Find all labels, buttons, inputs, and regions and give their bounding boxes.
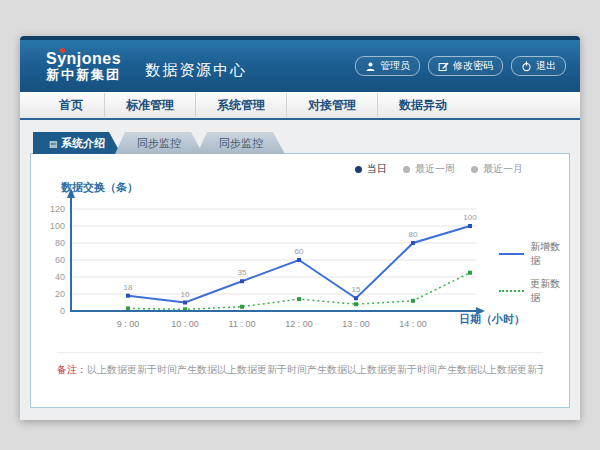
logo-accent-dot [60,48,65,53]
svg-text:12 : 00: 12 : 00 [285,319,313,329]
app-header: Synjones 新中新集团 数据资源中心 管理员 修改密码 退出 [20,36,580,92]
user-icon [365,61,376,72]
nav-item-interface-mgmt[interactable]: 对接管理 [286,93,377,117]
logout-label: 退出 [536,59,556,73]
nav-item-standard-mgmt[interactable]: 标准管理 [104,93,195,117]
solid-line-icon [499,253,524,255]
svg-text:80: 80 [409,230,418,239]
content-area: ▤系统介绍 同步监控 同步监控 当日 最近一周 [20,120,580,420]
dotted-line-icon [499,290,524,292]
radio-dot-icon [403,166,410,173]
footnote-text: 以上数据更新于时间产生数据以上数据更新于时间产生数据以上数据更新于时间产生数据以… [87,364,543,375]
svg-text:9 : 00: 9 : 00 [117,319,140,329]
chart-x-axis-title: 日期（小时） [459,312,525,327]
chart-panel: 当日 最近一周 最近一月 数据交换（条） 0204060801001201810… [30,153,570,408]
filter-today-label: 当日 [367,162,387,176]
tab-bar: ▤系统介绍 同步监控 同步监控 [33,132,570,154]
svg-text:40: 40 [55,272,65,282]
line-chart-svg: 0204060801001201810356015801009 : 0010 :… [31,183,501,333]
svg-text:100: 100 [463,213,477,222]
user-actions: 管理员 修改密码 退出 [355,56,566,76]
svg-text:15: 15 [352,285,361,294]
document-icon: ▤ [49,139,58,149]
tab-system-intro[interactable]: ▤系统介绍 [33,132,121,154]
tab-sync-monitor-2-label: 同步监控 [219,137,263,149]
legend-new-data[interactable]: 新增数据 [499,240,569,268]
svg-text:60: 60 [295,247,304,256]
logout-button[interactable]: 退出 [511,56,566,76]
legend-updated-data-label: 更新数据 [530,277,569,305]
filter-today[interactable]: 当日 [355,162,387,176]
company-logo: Synjones 新中新集团 [46,50,121,82]
svg-text:10 : 00: 10 : 00 [171,319,199,329]
logo-english-text: Synjones [46,50,121,67]
svg-text:11 : 00: 11 : 00 [229,319,256,329]
power-icon [521,61,532,72]
admin-user-button[interactable]: 管理员 [355,56,420,76]
filter-last-week[interactable]: 最近一周 [403,162,455,176]
nav-item-home[interactable]: 首页 [38,93,104,117]
tab-sync-monitor-1-label: 同步监控 [137,137,181,149]
svg-text:10: 10 [181,290,190,299]
radio-dot-icon [471,166,478,173]
tab-sync-monitor-1[interactable]: 同步监控 [115,132,203,154]
svg-text:120: 120 [50,204,65,214]
filter-last-month[interactable]: 最近一月 [471,162,523,176]
svg-text:0: 0 [60,306,65,316]
radio-dot-icon [355,166,362,173]
legend-updated-data[interactable]: 更新数据 [499,277,569,305]
time-range-filters: 当日 最近一周 最近一月 [355,162,523,176]
tab-system-intro-label: 系统介绍 [61,137,105,149]
svg-text:13 : 00: 13 : 00 [342,319,370,329]
footnote: 备注：以上数据更新于时间产生数据以上数据更新于时间产生数据以上数据更新于时间产生… [57,352,543,377]
footnote-prefix: 备注： [57,364,87,375]
filter-last-month-label: 最近一月 [483,162,523,176]
svg-text:80: 80 [55,238,65,248]
svg-text:100: 100 [50,221,65,231]
main-nav: 首页 标准管理 系统管理 对接管理 数据异动 [20,92,580,120]
change-password-label: 修改密码 [453,59,493,73]
svg-text:60: 60 [55,255,65,265]
svg-text:20: 20 [55,289,65,299]
change-password-button[interactable]: 修改密码 [428,56,503,76]
nav-item-system-mgmt[interactable]: 系统管理 [195,93,286,117]
logo-chinese-text: 新中新集团 [46,67,121,82]
chart-legend: 新增数据 更新数据 [499,240,569,305]
tab-sync-monitor-2[interactable]: 同步监控 [197,132,285,154]
nav-item-data-change[interactable]: 数据异动 [377,93,468,117]
svg-text:18: 18 [124,283,133,292]
filter-last-week-label: 最近一周 [415,162,455,176]
svg-text:14 : 00: 14 : 00 [399,319,427,329]
legend-new-data-label: 新增数据 [530,240,569,268]
svg-text:35: 35 [238,268,247,277]
admin-user-label: 管理员 [380,59,410,73]
page-title: 数据资源中心 [145,61,247,80]
main-window: Synjones 新中新集团 数据资源中心 管理员 修改密码 退出 [20,36,580,420]
edit-icon [438,61,449,72]
